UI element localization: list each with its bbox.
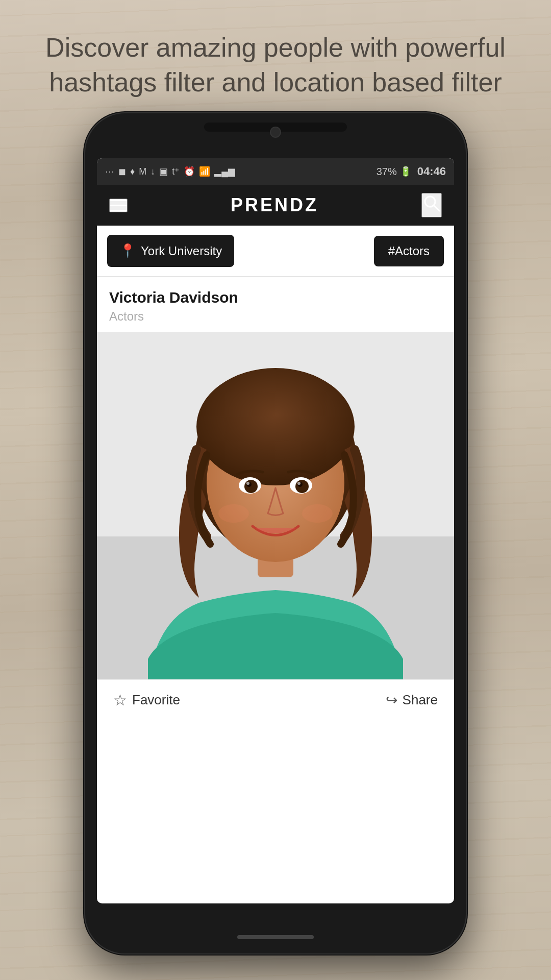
favorite-label: Favorite [132, 692, 180, 708]
profile-illustration [97, 332, 454, 679]
svg-line-1 [434, 206, 439, 211]
share-label: Share [403, 692, 438, 708]
hashtag-label: #Actors [388, 244, 430, 258]
phone-screen: ⋯ ◼ ♦ M ↓ ▣ t⁺ ⏰ 📶 ▂▄▆ 37% 🔋 04:46 [97, 158, 454, 903]
mic-icon: ♦ [130, 166, 135, 177]
tagline-container: Discover amazing people with powerful ha… [0, 31, 551, 100]
star-icon: ☆ [113, 691, 127, 709]
hamburger-menu-button[interactable] [109, 199, 128, 212]
app-header: PRENDZ [97, 185, 454, 226]
clock: 04:46 [417, 165, 446, 178]
profile-card: Victoria Davidson Actors [97, 277, 454, 720]
tagline-text: Discover amazing people with powerful ha… [31, 31, 520, 100]
phone-shell: ⋯ ◼ ♦ M ↓ ▣ t⁺ ⏰ 📶 ▂▄▆ 37% 🔋 04:46 [84, 112, 467, 954]
profile-image [97, 332, 454, 679]
svg-point-18 [218, 504, 249, 523]
alarm-icon: ⏰ [184, 166, 195, 177]
location-filter-button[interactable]: 📍 York University [107, 235, 234, 267]
wifi-icon: 📶 [199, 166, 210, 177]
bank-icon: ▣ [159, 166, 168, 177]
signal-icon: ▂▄▆ [214, 166, 235, 177]
app-title: PRENDZ [231, 194, 318, 216]
svg-point-9 [196, 368, 355, 485]
hamburger-line-1 [110, 200, 127, 201]
svg-point-19 [302, 504, 333, 523]
download-icon: ↓ [151, 166, 155, 177]
svg-point-13 [295, 480, 309, 493]
favorite-button[interactable]: ☆ Favorite [113, 691, 180, 709]
svg-point-12 [244, 480, 258, 493]
profile-info: Victoria Davidson Actors [97, 277, 454, 332]
hamburger-line-3 [110, 210, 127, 211]
svg-point-17 [297, 482, 300, 485]
bbm-icon: ◼ [118, 166, 126, 177]
share-icon: ↪ [386, 692, 397, 708]
filter-bar: 📍 York University #Actors [97, 226, 454, 277]
svg-point-16 [246, 482, 249, 485]
battery-icon: 🔋 [400, 166, 411, 177]
hamburger-line-2 [110, 205, 127, 206]
battery-indicator: 37% [377, 166, 397, 178]
message-icon: ⋯ [105, 166, 114, 177]
profile-category: Actors [109, 309, 442, 324]
hashtag-filter-button[interactable]: #Actors [374, 236, 444, 266]
location-label: York University [141, 244, 222, 258]
gmail-icon: M [139, 166, 146, 177]
home-indicator [237, 935, 314, 939]
location-pin-icon: 📍 [119, 243, 136, 259]
profile-name: Victoria Davidson [109, 289, 442, 306]
search-button[interactable] [421, 193, 442, 217]
status-icons-left: ⋯ ◼ ♦ M ↓ ▣ t⁺ ⏰ 📶 ▂▄▆ [105, 166, 235, 177]
phone-camera [270, 127, 281, 138]
add-icon: t⁺ [172, 166, 180, 177]
share-button[interactable]: ↪ Share [386, 692, 438, 708]
action-bar: ☆ Favorite ↪ Share [97, 679, 454, 720]
status-icons-right: 37% 🔋 04:46 [377, 165, 446, 178]
status-bar: ⋯ ◼ ♦ M ↓ ▣ t⁺ ⏰ 📶 ▂▄▆ 37% 🔋 04:46 [97, 158, 454, 185]
